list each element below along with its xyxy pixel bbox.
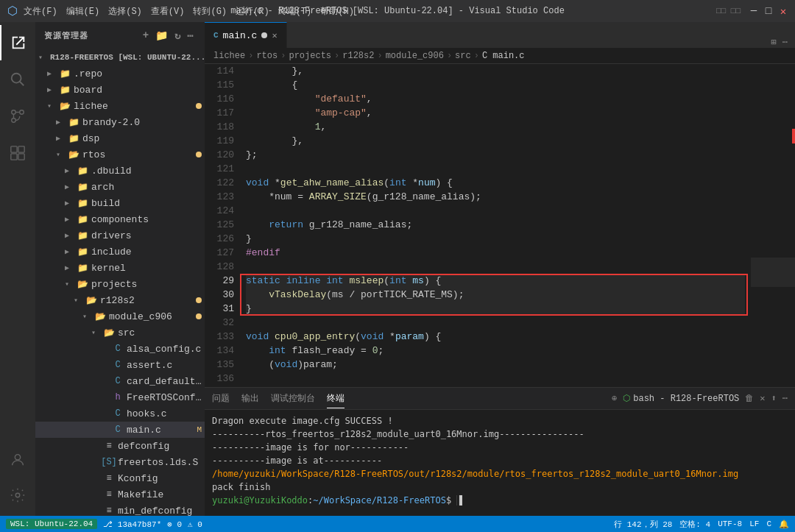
tree-item-rtos[interactable]: ▾ 📂 rtos [35, 146, 205, 163]
breadcrumb-projects[interactable]: projects [289, 51, 331, 61]
code-line [246, 316, 745, 330]
new-file-icon[interactable]: + [141, 28, 151, 43]
menu-item[interactable]: 文件(F) [24, 5, 57, 18]
tree-item-src[interactable]: ▾ 📂 src [35, 324, 205, 341]
terminal-tab-terminal[interactable]: 终端 [327, 389, 344, 408]
breadcrumb-rtos[interactable]: rtos [256, 51, 278, 61]
new-folder-icon[interactable]: 📁 [154, 28, 170, 43]
code-content[interactable]: }, { "default", "amp-cap", 1, },};void *… [240, 64, 751, 387]
warnings-label: ⚠ 0 [188, 519, 202, 529]
tree-item-card-default[interactable]: ▶ C card_default.c [35, 373, 205, 389]
tree-item-freertos-lds[interactable]: ▶ [S] freertos.lds.S [35, 454, 205, 470]
tree-item-module-c906[interactable]: ▾ 📂 module_c906 [35, 308, 205, 324]
breadcrumb-lichee[interactable]: lichee [213, 51, 245, 61]
terminal-tab-issues[interactable]: 问题 [212, 389, 230, 408]
line-number: 123 [205, 190, 234, 204]
activity-search[interactable] [0, 62, 35, 97]
refresh-icon[interactable]: ↻ [173, 28, 183, 43]
status-eol[interactable]: LF [749, 519, 759, 528]
tree-item-freertosconfig[interactable]: ▶ h FreeRTOSConfig.h [35, 389, 205, 405]
tree-item-defconfig[interactable]: ▶ ≡ defconfig [35, 438, 205, 454]
status-encoding[interactable]: UTF-8 [718, 519, 742, 528]
minimize-button[interactable]: ─ [749, 7, 758, 15]
rtos-label: rtos [82, 149, 196, 160]
breadcrumb-module-c906[interactable]: module_c906 [386, 51, 444, 61]
terminal-close-panel-icon[interactable]: ✕ [760, 393, 765, 404]
tree-item-repo[interactable]: ▶ 📁 .repo [35, 65, 205, 82]
menu-item[interactable]: 查看(V) [151, 5, 185, 18]
r128s2-label: r128s2 [100, 295, 196, 306]
tab-close-icon[interactable]: ✕ [272, 30, 277, 41]
tree-item-brandy[interactable]: ▶ 📁 brandy-2.0 [35, 114, 205, 130]
brandy-arrow: ▶ [56, 118, 68, 127]
tree-item-r128s2[interactable]: ▾ 📂 r128s2 [35, 292, 205, 308]
status-git[interactable]: ⎇ 13a47b87* [103, 519, 161, 529]
activity-source-control[interactable] [0, 99, 35, 134]
terminal-path: ~/WorkSpace/R128-FreeRTOS [313, 495, 446, 506]
menu-item[interactable]: 选择(S) [108, 5, 142, 18]
terminal-tab-output[interactable]: 输出 [241, 389, 259, 408]
split-editor-icon[interactable]: ⊞ [771, 37, 777, 48]
collapse-icon[interactable]: ⋯ [186, 28, 196, 43]
c-file-icon: C [112, 408, 124, 419]
lichee-arrow: ▾ [47, 102, 59, 110]
sidebar-root[interactable]: ▾ R128-FREERTOS [WSL: UBUNTU-22...] ⊕ ↻ … [35, 49, 205, 65]
tree-item-kernel[interactable]: ▶ 📁 kernel [35, 260, 205, 276]
tree-item-components[interactable]: ▶ 📁 components [35, 211, 205, 227]
code-editor[interactable]: 1141151161171181191201211221231241251261… [205, 64, 795, 387]
terminal-content[interactable]: Dragon execute image.cfg SUCCESS ! -----… [205, 410, 795, 516]
tree-item-dsp[interactable]: ▶ 📁 dsp [35, 130, 205, 146]
svg-point-10 [15, 455, 20, 460]
terminal-tab-debug[interactable]: 调试控制台 [271, 389, 315, 408]
tree-item-lichee[interactable]: ▾ 📂 lichee [35, 98, 205, 114]
breadcrumb-mainc[interactable]: C main.c [482, 51, 525, 61]
more-actions-icon[interactable]: ⋯ [782, 37, 788, 48]
activity-explorer[interactable] [0, 25, 35, 60]
tree-item-dbuild[interactable]: ▶ 📁 .dbuild [35, 163, 205, 179]
tree-item-include[interactable]: ▶ 📁 include [35, 244, 205, 260]
tree-item-arch[interactable]: ▶ 📁 arch [35, 179, 205, 195]
folder-open-icon: 📂 [77, 278, 88, 290]
maximize-button[interactable]: □ [764, 7, 773, 15]
status-line-col[interactable]: 行 142，列 28 [614, 519, 672, 530]
status-language[interactable]: C [766, 519, 771, 528]
tree-item-drivers[interactable]: ▶ 📁 drivers [35, 227, 205, 244]
tree-item-makefile-src[interactable]: ▶ ≡ Makefile [35, 486, 205, 503]
tree-item-hooks[interactable]: ▶ C hooks.c [35, 405, 205, 422]
tree-item-assert[interactable]: ▶ C assert.c [35, 357, 205, 373]
status-wsl[interactable]: WSL: Ubuntu-22.04 [6, 519, 97, 529]
wsl-badge: WSL: Ubuntu-22.04 [6, 519, 97, 529]
breadcrumb-r128s2[interactable]: r128s2 [342, 51, 374, 61]
tree-item-board[interactable]: ▶ 📁 board [35, 82, 205, 98]
code-line: "default", [246, 92, 745, 106]
terminal-more-icon[interactable]: ⋯ [782, 393, 788, 404]
svg-rect-9 [18, 154, 24, 160]
tree-item-min-defconfig[interactable]: ▶ ≡ min_defconfig [35, 503, 205, 516]
activity-extensions[interactable] [0, 135, 35, 171]
folder-open-icon: 📂 [94, 311, 106, 322]
tree-item-kconfig-src[interactable]: ▶ ≡ Kconfig [35, 470, 205, 486]
code-line [246, 372, 745, 386]
close-button[interactable]: ✕ [779, 7, 788, 15]
tree-item-alsa[interactable]: ▶ C alsa_config.c [35, 341, 205, 357]
status-spaces[interactable]: 空格: 4 [679, 519, 710, 530]
terminal-split-icon[interactable]: ⊕ [612, 393, 617, 404]
kernel-arrow: ▶ [65, 263, 77, 272]
status-errors[interactable]: ⊗ 0 [167, 519, 182, 529]
activity-account[interactable] [0, 442, 35, 478]
menu-item[interactable]: 编辑(E) [66, 5, 100, 18]
tree-item-build[interactable]: ▶ 📁 build [35, 195, 205, 211]
breadcrumb-src[interactable]: src [455, 51, 471, 61]
line-number: 126 [205, 232, 234, 246]
tree-item-projects[interactable]: ▾ 📂 projects [35, 276, 205, 292]
tab-main-c[interactable]: C main.c ✕ [205, 22, 287, 48]
status-warnings[interactable]: ⚠ 0 [188, 519, 202, 529]
activity-settings[interactable] [0, 478, 35, 513]
card-label: card_default.c [127, 376, 205, 387]
status-feedback[interactable]: 🔔 [779, 519, 789, 529]
terminal-maximize-icon[interactable]: ⬆ [771, 393, 777, 404]
tab-main-c-label: main.c [223, 30, 258, 41]
menu-item[interactable]: 转到(G) [193, 5, 227, 18]
terminal-trash-icon[interactable]: 🗑 [745, 393, 754, 404]
tree-item-main[interactable]: ▶ C main.c M [35, 422, 205, 438]
